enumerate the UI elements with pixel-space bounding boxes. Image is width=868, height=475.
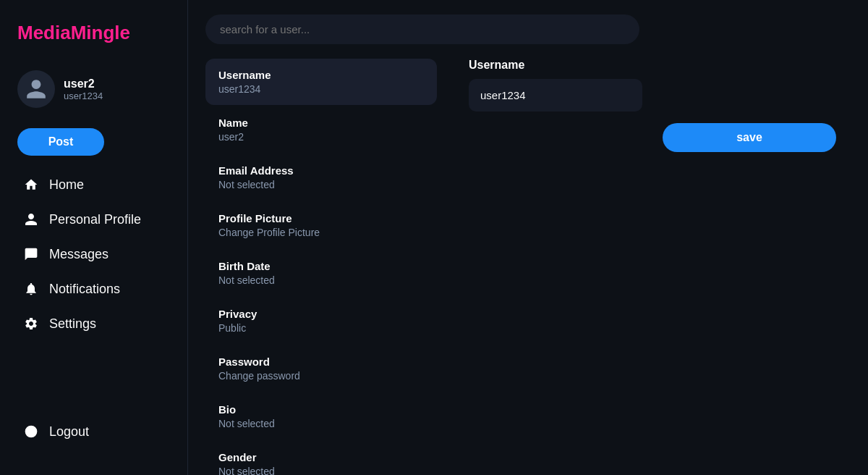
settings-item-bio-label: Bio xyxy=(218,403,424,416)
settings-item-bio[interactable]: Bio Not selected xyxy=(205,393,437,440)
logo: MediaMingle xyxy=(0,14,187,59)
logout-icon xyxy=(23,424,39,440)
user-display-name: user2 xyxy=(64,77,103,91)
settings-item-username-label: Username xyxy=(218,69,424,81)
home-icon xyxy=(23,177,39,193)
sidebar-item-settings[interactable]: Settings xyxy=(6,306,182,341)
logout-label: Logout xyxy=(49,424,89,440)
user-profile-section: user2 user1234 xyxy=(0,59,187,119)
settings-item-email-label: Email Address xyxy=(218,164,424,177)
settings-item-birth-date[interactable]: Birth Date Not selected xyxy=(205,250,437,296)
logout-section: Logout xyxy=(0,403,187,461)
sidebar-item-messages[interactable]: Messages xyxy=(6,237,182,272)
settings-item-name[interactable]: Name user2 xyxy=(205,106,437,153)
sidebar-item-messages-label: Messages xyxy=(49,247,109,262)
search-input[interactable] xyxy=(205,14,639,44)
settings-item-profile-picture[interactable]: Profile Picture Change Profile Picture xyxy=(205,202,437,248)
settings-item-privacy[interactable]: Privacy Public xyxy=(205,298,437,344)
settings-item-password-value: Change password xyxy=(218,370,424,382)
settings-item-gender[interactable]: Gender Not selected xyxy=(205,441,437,475)
settings-icon xyxy=(23,316,39,332)
settings-item-privacy-label: Privacy xyxy=(218,308,424,320)
bell-icon xyxy=(23,281,39,297)
search-bar-container xyxy=(188,0,868,59)
avatar xyxy=(17,70,55,108)
edit-field-input[interactable] xyxy=(469,79,642,112)
settings-item-password[interactable]: Password Change password xyxy=(205,345,437,392)
user-icon xyxy=(23,211,39,227)
settings-item-username[interactable]: Username user1234 xyxy=(205,59,437,105)
sidebar: MediaMingle user2 user1234 Post Home Per… xyxy=(0,0,188,475)
settings-item-privacy-value: Public xyxy=(218,322,424,334)
sidebar-item-home-label: Home xyxy=(49,177,84,193)
settings-item-birth-date-label: Birth Date xyxy=(218,260,424,272)
settings-item-profile-picture-value: Change Profile Picture xyxy=(218,227,424,238)
settings-item-birth-date-value: Not selected xyxy=(218,274,424,286)
user-info: user2 user1234 xyxy=(64,77,103,101)
profile-settings-list: Username user1234 Name user2 Email Addre… xyxy=(205,59,437,475)
settings-item-name-label: Name xyxy=(218,117,424,129)
post-button[interactable]: Post xyxy=(17,128,104,156)
settings-item-email-value: Not selected xyxy=(218,179,424,190)
settings-item-bio-value: Not selected xyxy=(218,418,424,429)
settings-item-name-value: user2 xyxy=(218,131,424,143)
sidebar-item-notifications-label: Notifications xyxy=(49,282,120,297)
settings-item-gender-label: Gender xyxy=(218,451,424,463)
logout-button[interactable]: Logout xyxy=(6,414,182,449)
settings-item-profile-picture-label: Profile Picture xyxy=(218,212,424,224)
main-content: Username user1234 Name user2 Email Addre… xyxy=(188,0,868,475)
settings-item-password-label: Password xyxy=(218,356,424,368)
settings-item-email[interactable]: Email Address Not selected xyxy=(205,154,437,201)
sidebar-item-notifications[interactable]: Notifications xyxy=(6,272,182,306)
sidebar-item-personal-profile-label: Personal Profile xyxy=(49,212,141,227)
sidebar-item-home[interactable]: Home xyxy=(6,167,182,202)
settings-item-username-value: user1234 xyxy=(218,83,424,95)
nav-items: Home Personal Profile Messages Notificat… xyxy=(0,167,187,341)
content-area: Username user1234 Name user2 Email Addre… xyxy=(188,59,868,475)
message-icon xyxy=(23,246,39,262)
sidebar-item-personal-profile[interactable]: Personal Profile xyxy=(6,202,182,237)
edit-panel: Username save xyxy=(454,59,851,475)
settings-item-gender-value: Not selected xyxy=(218,466,424,475)
edit-field-label: Username xyxy=(469,59,836,72)
save-button[interactable]: save xyxy=(663,123,836,152)
sidebar-item-settings-label: Settings xyxy=(49,316,96,332)
user-username: user1234 xyxy=(64,91,103,101)
